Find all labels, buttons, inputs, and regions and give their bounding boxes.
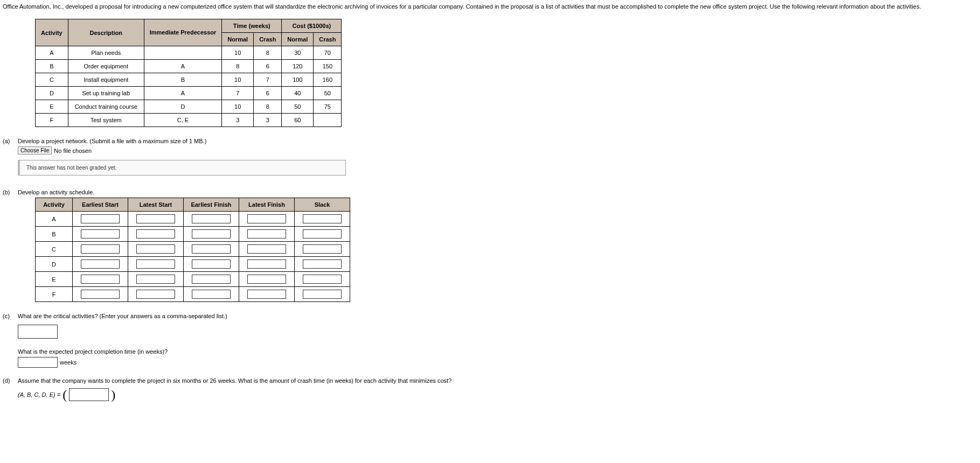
col-predecessor: Immediate Predecessor — [144, 19, 222, 46]
part-d-text: Assume that the company wants to complet… — [18, 377, 977, 384]
col-cost-normal: Normal — [282, 33, 314, 46]
schedule-input[interactable] — [247, 244, 286, 254]
col-activity: Activity — [36, 19, 68, 46]
problem-intro: Office Automation, Inc., developed a pro… — [3, 3, 977, 11]
completion-time-input[interactable] — [18, 357, 58, 368]
time-header: Time (weeks) — [222, 19, 282, 33]
sched-col-ls: Latest Start — [128, 198, 184, 212]
cost-header: Cost ($1000s) — [282, 19, 342, 33]
table-row: DSet up training labA764050 — [36, 87, 342, 100]
left-paren: ( — [62, 388, 67, 401]
sched-col-slack: Slack — [295, 198, 350, 212]
table-row: BOrder equipmentA86120150 — [36, 60, 342, 73]
schedule-input[interactable] — [136, 229, 175, 238]
part-c-sub: What is the expected project completion … — [18, 348, 977, 355]
right-paren: ) — [111, 388, 115, 401]
table-row: D — [36, 257, 350, 272]
schedule-input[interactable] — [136, 244, 175, 254]
schedule-input[interactable] — [81, 229, 120, 238]
schedule-input[interactable] — [192, 229, 231, 238]
critical-activities-input[interactable] — [18, 325, 58, 339]
schedule-input[interactable] — [303, 275, 342, 284]
schedule-input[interactable] — [247, 259, 286, 269]
schedule-input[interactable] — [303, 229, 342, 238]
schedule-input[interactable] — [303, 244, 342, 254]
sched-col-lf: Latest Finish — [239, 198, 295, 212]
schedule-input[interactable] — [192, 214, 231, 223]
sched-col-activity: Activity — [36, 198, 73, 212]
part-b-text: Develop an activity schedule. — [18, 189, 977, 195]
schedule-table: Activity Earliest Start Latest Start Ear… — [35, 198, 350, 302]
schedule-input[interactable] — [192, 275, 231, 284]
schedule-input[interactable] — [303, 259, 342, 269]
table-row: E — [36, 272, 350, 287]
schedule-input[interactable] — [303, 290, 342, 299]
schedule-input[interactable] — [247, 229, 286, 238]
table-row: B — [36, 227, 350, 242]
schedule-input[interactable] — [81, 275, 120, 284]
sched-col-es: Earliest Start — [73, 198, 128, 212]
grade-status-box: This answer has not been graded yet. — [18, 160, 346, 176]
table-row: C — [36, 242, 350, 257]
schedule-input[interactable] — [81, 244, 120, 254]
schedule-input[interactable] — [303, 214, 342, 223]
schedule-input[interactable] — [247, 275, 286, 284]
part-b-label: (b) — [3, 189, 18, 195]
part-a-text: Develop a project network. (Submit a fil… — [18, 138, 977, 144]
part-a-label: (a) — [3, 138, 18, 144]
schedule-input[interactable] — [192, 259, 231, 269]
table-row: FTest systemC, E3360 — [36, 114, 342, 127]
table-row: APlan needs1083070 — [36, 46, 342, 60]
part-c-label: (c) — [3, 313, 18, 319]
weeks-unit: weeks — [60, 359, 77, 366]
schedule-input[interactable] — [81, 259, 120, 269]
no-file-label: No file chosen — [54, 148, 92, 154]
table-row: A — [36, 212, 350, 227]
crash-tuple-input[interactable] — [69, 388, 109, 401]
schedule-input[interactable] — [192, 244, 231, 254]
part-d-label: (d) — [3, 377, 18, 384]
col-time-normal: Normal — [222, 33, 254, 46]
schedule-input[interactable] — [81, 290, 120, 299]
part-c-text: What are the critical activities? (Enter… — [18, 313, 977, 319]
col-cost-crash: Crash — [314, 33, 342, 46]
schedule-input[interactable] — [136, 214, 175, 223]
col-time-crash: Crash — [254, 33, 282, 46]
activity-cost-table: Activity Description Immediate Predecess… — [35, 19, 342, 127]
schedule-input[interactable] — [136, 290, 175, 299]
col-description: Description — [68, 19, 144, 46]
schedule-input[interactable] — [247, 290, 286, 299]
schedule-input[interactable] — [247, 214, 286, 223]
sched-col-ef: Earliest Finish — [184, 198, 239, 212]
table-row: CInstall equipmentB107100160 — [36, 73, 342, 87]
schedule-input[interactable] — [81, 214, 120, 223]
schedule-input[interactable] — [192, 290, 231, 299]
choose-file-button[interactable]: Choose File — [18, 146, 52, 155]
schedule-input[interactable] — [136, 275, 175, 284]
tuple-label: (A, B, C, D, E) = — [18, 391, 60, 398]
schedule-input[interactable] — [136, 259, 175, 269]
table-row: EConduct training courseD1085075 — [36, 100, 342, 114]
table-row: F — [36, 287, 350, 302]
